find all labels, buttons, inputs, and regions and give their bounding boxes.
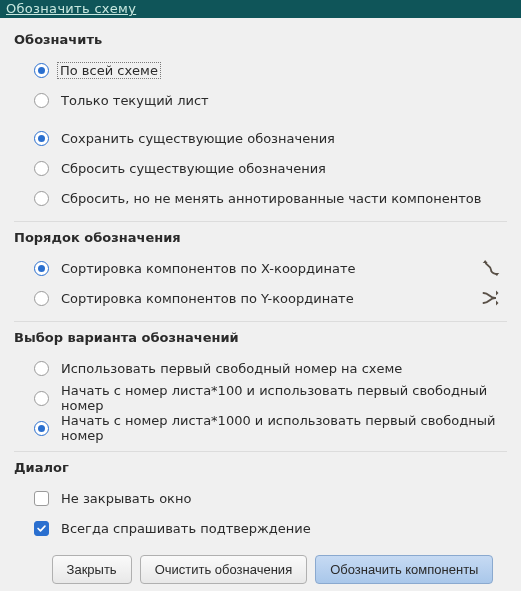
group-order-label: Порядок обозначения <box>14 230 507 245</box>
radio-order-by-x-label: Сортировка компонентов по X-координате <box>59 261 356 276</box>
button-bar: Закрыть Очистить обозначения Обозначить … <box>38 555 507 584</box>
radio-existing-keep[interactable]: Сохранить существующие обозначения <box>34 123 507 153</box>
checkbox-confirm[interactable]: Всегда спрашивать подтверждение <box>34 513 507 543</box>
radio-scope-whole[interactable]: По всей схеме <box>34 55 507 85</box>
group-order: Порядок обозначения Сортировка компонент… <box>14 230 507 313</box>
group-dialog: Диалог Не закрывать окно Всегда спрашива… <box>14 460 507 543</box>
radio-variant-sheet-1000-label: Начать с номер листа*1000 и использовать… <box>59 413 507 443</box>
radio-order-by-y-label: Сортировка компонентов по Y-координате <box>59 291 354 306</box>
checkbox-no-close[interactable]: Не закрывать окно <box>34 483 507 513</box>
radio-scope-current[interactable]: Только текущий лист <box>34 85 507 115</box>
radio-icon <box>34 161 49 176</box>
radio-icon <box>34 421 49 436</box>
radio-existing-reset-keep[interactable]: Сбросить, но не менять аннотированные ча… <box>34 183 507 213</box>
radio-variant-sheet-100-label: Начать с номер листа*100 и использовать … <box>59 383 507 413</box>
radio-icon <box>34 191 49 206</box>
checkbox-icon <box>34 491 49 506</box>
radio-variant-first-free[interactable]: Использовать первый свободный номер на с… <box>34 353 507 383</box>
group-variant-label: Выбор варианта обозначений <box>14 330 507 345</box>
radio-existing-reset[interactable]: Сбросить существующие обозначения <box>34 153 507 183</box>
checkbox-no-close-label: Не закрывать окно <box>59 491 191 506</box>
radio-existing-keep-label: Сохранить существующие обозначения <box>59 131 335 146</box>
radio-icon <box>34 93 49 108</box>
radio-scope-whole-label: По всей схеме <box>57 62 161 79</box>
radio-existing-reset-keep-label: Сбросить, но не менять аннотированные ча… <box>59 191 481 206</box>
radio-icon <box>34 391 49 406</box>
annotate-button[interactable]: Обозначить компоненты <box>315 555 493 584</box>
separator <box>14 451 507 452</box>
separator <box>14 321 507 322</box>
radio-scope-current-label: Только текущий лист <box>59 93 209 108</box>
radio-icon <box>34 361 49 376</box>
group-dialog-label: Диалог <box>14 460 507 475</box>
radio-icon <box>34 261 49 276</box>
group-variant: Выбор варианта обозначений Использовать … <box>14 330 507 443</box>
checkbox-icon <box>34 521 49 536</box>
window-titlebar: Обозначить схему <box>0 0 521 18</box>
radio-icon <box>34 291 49 306</box>
window-title: Обозначить схему <box>6 1 136 16</box>
clear-button[interactable]: Очистить обозначения <box>140 555 308 584</box>
close-button[interactable]: Закрыть <box>52 555 132 584</box>
sort-vertical-icon <box>481 258 501 278</box>
radio-variant-first-free-label: Использовать первый свободный номер на с… <box>59 361 402 376</box>
radio-variant-sheet-1000[interactable]: Начать с номер листа*1000 и использовать… <box>34 413 507 443</box>
radio-order-by-y[interactable]: Сортировка компонентов по Y-координате <box>34 283 507 313</box>
checkbox-confirm-label: Всегда спрашивать подтверждение <box>59 521 311 536</box>
dialog-content: Обозначить По всей схеме Только текущий … <box>0 18 521 591</box>
sort-horizontal-icon <box>481 288 501 308</box>
radio-order-by-x[interactable]: Сортировка компонентов по X-координате <box>34 253 507 283</box>
radio-variant-sheet-100[interactable]: Начать с номер листа*100 и использовать … <box>34 383 507 413</box>
radio-icon <box>34 131 49 146</box>
group-annotate-label: Обозначить <box>14 32 507 47</box>
radio-icon <box>34 63 49 78</box>
radio-existing-reset-label: Сбросить существующие обозначения <box>59 161 326 176</box>
group-annotate: Обозначить По всей схеме Только текущий … <box>14 32 507 213</box>
separator <box>14 221 507 222</box>
